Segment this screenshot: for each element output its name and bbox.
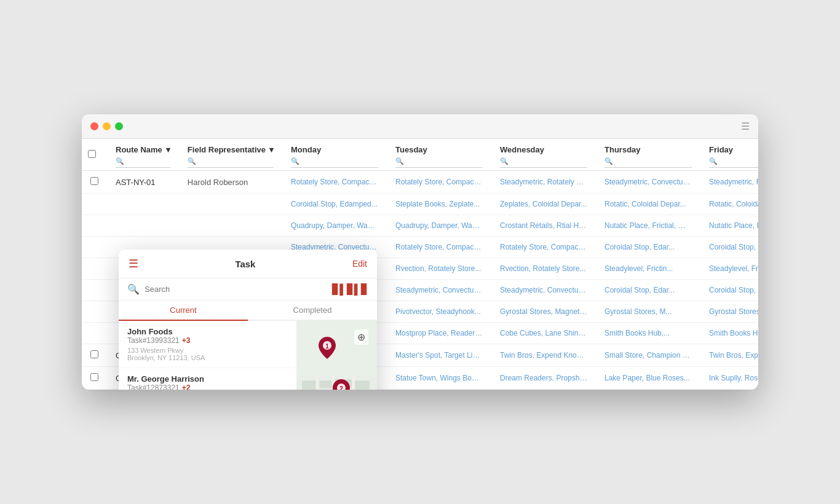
- wednesday-cell: Rvection, Rotately Store...: [491, 258, 596, 280]
- task-edit-button[interactable]: Edit: [352, 259, 367, 269]
- table-row: AST-NY-01 Harold Roberson Rotately Store…: [82, 171, 758, 194]
- wednesday-col: Wednesday 🔍: [491, 139, 596, 171]
- task-badge: +2: [182, 384, 191, 390]
- traffic-lights: [90, 122, 123, 130]
- friday-cell: Coroidal Stop, Edar...: [700, 280, 758, 301]
- rep-name-cell: [179, 194, 282, 215]
- tuesday-header: Tuesday: [395, 145, 427, 154]
- wednesday-cell: Crostant Retails, Rtial Hu...: [491, 215, 596, 237]
- wednesday-cell: Gyrostal Stores, Magnetiz...: [491, 301, 596, 323]
- field-rep-sort-icon[interactable]: ▾: [269, 145, 274, 154]
- task-list-map: John Foods Task#13993321+3 133 Western P…: [119, 321, 377, 390]
- svg-text:2: 2: [339, 385, 343, 390]
- thursday-cell: Steadylevel, Frictin...: [596, 258, 700, 280]
- select-all-checkbox[interactable]: [88, 150, 96, 158]
- route-name-cell: AST-NY-01: [107, 171, 179, 194]
- tuesday-cell: Master's Spot, Target Line...: [387, 344, 491, 367]
- monday-cell: Rotately Store, Compactic...: [282, 171, 387, 194]
- task-item-name: Mr. George Harrison: [127, 374, 288, 384]
- task-search-row: 🔍 ▊▌▊▌▊: [119, 278, 377, 301]
- thursday-search-icon: 🔍: [604, 157, 613, 165]
- thursday-cell: Lake Paper, Blue Roses...: [596, 367, 700, 390]
- row-checkbox-cell: [82, 215, 107, 237]
- svg-text:1: 1: [326, 343, 330, 350]
- tuesday-search-input[interactable]: [406, 157, 483, 165]
- friday-header: Friday: [709, 145, 733, 154]
- menu-icon[interactable]: ☰: [741, 120, 750, 132]
- maximize-button[interactable]: [115, 122, 123, 130]
- route-search-icon: 🔍: [116, 157, 124, 165]
- thursday-cell: Coroidal Stop, Edar...: [596, 280, 700, 301]
- wednesday-search-input[interactable]: [511, 157, 587, 165]
- tuesday-cell: Rotately Store, Compactic...: [387, 171, 491, 194]
- friday-cell: Coroidal Stop, Edar...: [700, 237, 758, 258]
- friday-cell: Nutatic Place, Fric...: [700, 215, 758, 237]
- row-checkbox-cell: [82, 280, 107, 301]
- task-menu-icon[interactable]: ☰: [129, 257, 138, 270]
- tuesday-cell: Rvection, Rotately Store...: [387, 258, 491, 280]
- select-all-col: [82, 139, 107, 171]
- tab-current[interactable]: Current: [119, 301, 248, 321]
- route-name-cell: [107, 215, 179, 237]
- close-button[interactable]: [90, 122, 98, 130]
- tuesday-cell: Pivotvector, Steadyhook...: [387, 301, 491, 323]
- minimize-button[interactable]: [103, 122, 111, 130]
- barcode-icon[interactable]: ▊▌▊▌▊: [332, 283, 368, 295]
- task-search-input[interactable]: [145, 285, 327, 294]
- wednesday-cell: Rotately Store, Compactic...: [491, 237, 596, 258]
- tuesday-cell: Statue Town, Wings Books...: [387, 367, 491, 390]
- monday-col: Monday 🔍: [282, 139, 387, 171]
- friday-cell: Rotatic, Coloidal D...: [700, 194, 758, 215]
- thursday-cell: Coroidal Stop, Edar...: [596, 237, 700, 258]
- tuesday-cell: Quadrupy, Damper, Wavep...: [387, 215, 491, 237]
- task-item-address: 133 Western PkwyBrooklyn, NY 11213, USA: [127, 347, 288, 361]
- table-row: Coroidal Stop, Edamped... Steplate Books…: [82, 194, 758, 215]
- rep-name-cell: Harold Roberson: [179, 171, 282, 194]
- row-checkbox[interactable]: [90, 350, 98, 358]
- friday-cell: Ink Suplly, Rose St...: [700, 367, 758, 390]
- route-name-header: Route Name: [116, 145, 162, 154]
- friday-cell: Smith Books Hub,...: [700, 323, 758, 344]
- monday-header: Monday: [291, 145, 321, 154]
- task-panel-title: Task: [145, 259, 346, 269]
- monday-cell: Quadrupy, Damper, Wavep...: [282, 215, 387, 237]
- task-list: John Foods Task#13993321+3 133 Western P…: [119, 321, 297, 390]
- row-checkbox-cell: [82, 323, 107, 344]
- monday-search-input[interactable]: [302, 157, 378, 165]
- wednesday-header: Wednesday: [500, 145, 544, 154]
- task-map: 1 2 3 4 5 6 ⊕: [297, 321, 377, 390]
- tuesday-cell: Rotately Store, Compactic...: [387, 237, 491, 258]
- thursday-search-input[interactable]: [616, 157, 692, 165]
- row-checkbox-cell: [82, 237, 107, 258]
- row-checkbox-cell: [82, 258, 107, 280]
- task-item-id: Task#12873321+2: [127, 384, 288, 390]
- row-checkbox[interactable]: [90, 177, 98, 185]
- thursday-header: Thursday: [604, 145, 641, 154]
- task-list-item[interactable]: John Foods Task#13993321+3 133 Western P…: [119, 321, 296, 368]
- row-checkbox-cell: [82, 301, 107, 323]
- thursday-cell: Gyrostal Stores, M...: [596, 301, 700, 323]
- task-item-id: Task#13993321+3: [127, 336, 288, 345]
- rep-search-input[interactable]: [199, 157, 274, 165]
- thursday-cell: Rotatic, Coloidal Depar...: [596, 194, 700, 215]
- main-window: ☰ Route Name ▾ 🔍: [82, 114, 758, 390]
- wednesday-cell: Cobe Cubes, Lane Shines...: [491, 323, 596, 344]
- row-checkbox[interactable]: [90, 373, 98, 381]
- row-checkbox-cell: [82, 367, 107, 390]
- task-panel: ☰ Task Edit 🔍 ▊▌▊▌▊ Current Completed Jo…: [119, 250, 377, 390]
- task-panel-header: ☰ Task Edit: [119, 250, 377, 278]
- wednesday-cell: Dream Readers, Propshop...: [491, 367, 596, 390]
- crosshair-icon[interactable]: ⊕: [354, 329, 368, 345]
- map-pin-1[interactable]: 1: [319, 337, 336, 361]
- thursday-cell: Small Store, Champion Clu...: [596, 344, 700, 367]
- route-search-input[interactable]: [127, 157, 170, 165]
- task-badge: +3: [182, 336, 191, 345]
- route-name-sort-icon[interactable]: ▾: [166, 145, 170, 154]
- tab-completed[interactable]: Completed: [248, 301, 377, 320]
- friday-cell: Steadymetric, Rota...: [700, 171, 758, 194]
- map-pin-2[interactable]: 2: [333, 379, 350, 390]
- titlebar: ☰: [82, 114, 758, 139]
- task-list-item[interactable]: Mr. George Harrison Task#12873321+2 1275…: [119, 368, 296, 390]
- friday-search-input[interactable]: [720, 157, 758, 165]
- field-rep-header: Field Representative: [188, 145, 266, 154]
